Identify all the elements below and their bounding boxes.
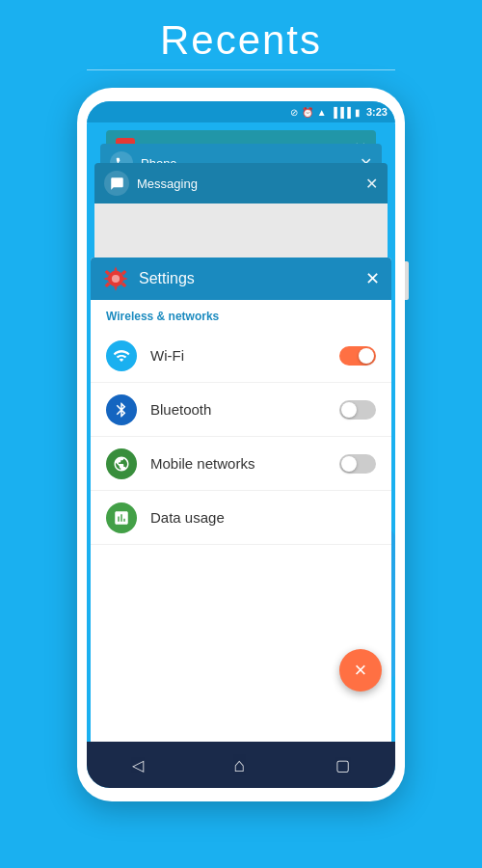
mobile-networks-toggle-knob (341, 456, 357, 472)
data-usage-label: Data usage (150, 509, 376, 526)
bluetooth-toggle[interactable] (339, 400, 376, 420)
messaging-close-btn[interactable]: ✕ (365, 175, 378, 193)
app-cards: Contacts ✕ Phone ✕ (87, 122, 395, 742)
close-fab[interactable]: × (339, 649, 382, 692)
card-messaging[interactable]: Messaging ✕ (94, 163, 388, 203)
settings-close-btn[interactable]: ✕ (365, 268, 380, 289)
nav-bar (87, 742, 395, 788)
wifi-label: Wi-Fi (150, 347, 339, 364)
status-mute-icon: ⊘ (290, 107, 298, 118)
wifi-toggle-knob (359, 348, 374, 364)
nav-back-button[interactable] (132, 755, 144, 775)
phone-shell: ⊘ ⏰ ▲ ▐▐▐ ▮ 3:23 Contacts ✕ (77, 88, 405, 801)
settings-item-wifi[interactable]: Wi-Fi (91, 329, 391, 383)
nav-home-button[interactable] (233, 754, 245, 776)
settings-section-title: Wireless & networks (91, 300, 391, 329)
mobile-networks-toggle[interactable] (339, 454, 376, 474)
status-bar: ⊘ ⏰ ▲ ▐▐▐ ▮ 3:23 (87, 101, 395, 122)
bluetooth-icon (106, 394, 137, 425)
status-alarm-icon: ⏰ (302, 107, 313, 118)
messaging-icon (104, 171, 129, 196)
status-signal-icon: ▐▐▐ (331, 107, 351, 118)
status-battery-icon: ▮ (355, 107, 361, 118)
bluetooth-label: Bluetooth (150, 401, 339, 418)
wifi-icon (106, 340, 137, 371)
mobile-networks-label: Mobile networks (150, 455, 339, 472)
settings-item-bluetooth[interactable]: Bluetooth (91, 383, 391, 437)
messaging-label: Messaging (137, 176, 365, 191)
settings-gear-icon (102, 265, 129, 292)
page-title: Recents (160, 17, 322, 64)
settings-item-mobile-networks[interactable]: Mobile networks (91, 437, 391, 491)
svg-point-1 (112, 275, 120, 283)
phone-screen: ⊘ ⏰ ▲ ▐▐▐ ▮ 3:23 Contacts ✕ (87, 101, 395, 788)
data-usage-icon (106, 502, 137, 533)
settings-item-data-usage[interactable]: Data usage (91, 491, 391, 545)
nav-recents-button[interactable] (335, 755, 350, 775)
wifi-toggle[interactable] (339, 346, 376, 366)
bluetooth-toggle-knob (341, 402, 357, 418)
settings-title: Settings (139, 270, 365, 287)
status-time: 3:23 (366, 106, 388, 118)
title-divider (87, 69, 395, 70)
status-wifi-icon: ▲ (317, 107, 327, 118)
mobile-networks-icon (106, 448, 137, 479)
recents-area: Contacts ✕ Phone ✕ (87, 122, 395, 742)
settings-header: Settings ✕ (91, 258, 391, 300)
